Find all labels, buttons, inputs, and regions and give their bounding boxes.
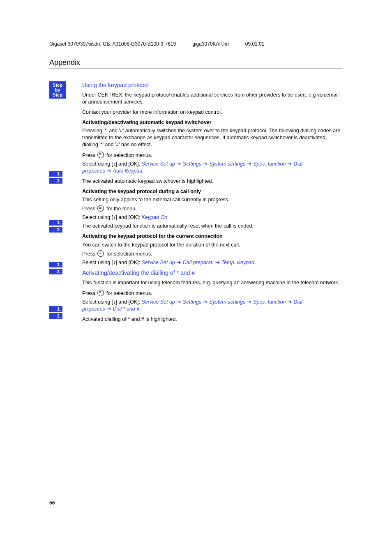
date: 09.01.01 [245, 41, 265, 47]
press-prefix-4: Press [82, 290, 97, 296]
text-column: Using the keypad protocol Under CENTREX,… [82, 81, 343, 326]
heading-auto-switchover: Activating/deactivating automatic keypad… [82, 119, 343, 126]
step-press-sel-1: Press for selection menus. [82, 152, 343, 159]
step-select-2: Select using [↓] and [OK]: Keypad On [82, 214, 343, 221]
menu-icon [97, 250, 104, 257]
step-number-1a: 1. [49, 171, 62, 177]
press-prefix: Press [82, 152, 97, 158]
step-number-2a: 2. [49, 178, 62, 184]
press-menu-suffix: for the menu. [105, 206, 136, 212]
running-header: Gigaset 3070/3075isdn, GB, A31008-G3070-… [49, 41, 343, 47]
select-prefix-3: Select using [ [82, 260, 113, 265]
step-number-1d: 1. [49, 306, 62, 312]
menu-path-3: Service Set up➔Call preparat.➔Temp. Keyp… [142, 260, 255, 265]
step-number-1b: 1. [49, 220, 62, 226]
menu-icon [97, 205, 104, 212]
page-number: 56 [49, 500, 55, 506]
step-number-2b: 2. [49, 227, 62, 233]
step-select-1: Select using [↓] and [OK]: Service Set u… [82, 161, 343, 175]
para-dialling-end: Activated dialling of * and # is highlig… [82, 316, 343, 323]
press-prefix-3: Press [82, 251, 97, 257]
step-line1: Step [49, 83, 66, 88]
heading-current-connection: Activating the keypad protocol for the c… [82, 233, 343, 240]
step-select-4: Select using [↓] and [OK]: Service Set u… [82, 299, 343, 313]
para-keypad-2: Contact your provider for more informati… [82, 109, 343, 116]
press-suffix-4: for selection menus. [105, 290, 152, 296]
step-line2: by [49, 88, 66, 92]
para-during-call: This setting only applies to the externa… [82, 196, 343, 203]
menu-icon [97, 290, 104, 296]
para-current-connection: You can switch to the keypad protocol fo… [82, 242, 343, 249]
select-prefix: Select using [ [82, 161, 113, 167]
filename: giga3070KAP.fm [192, 41, 229, 47]
step-number-2d: 2. [49, 313, 62, 319]
select-mid-2: ] and [OK]: [115, 214, 141, 220]
para-auto: Pressing '*' and '#' automatically switc… [82, 127, 343, 148]
select-mid-3: ] and [OK]: [115, 260, 141, 265]
select-prefix-4: Select using [ [82, 299, 113, 305]
press-prefix-2: Press [82, 206, 97, 212]
step-number-1c: 1. [49, 262, 62, 267]
para-dialling: This function is important for using tel… [82, 279, 343, 286]
step-line3: Step [49, 92, 66, 97]
select-prefix-2: Select using [ [82, 214, 113, 220]
badge-column: Step by Step 1. 2. 1. 2. 1. 2. 1. 2. [49, 81, 82, 326]
heading-dialling-star-hash: Activating/deactivating the dialling of … [82, 269, 343, 277]
menu-path-2: Keypad On [142, 214, 168, 220]
para-keypad-1: Under CENTREX, the keypad protocol enabl… [82, 92, 343, 106]
step-select-3: Select using [↓] and [OK]: Service Set u… [82, 259, 343, 266]
press-suffix: for selection menus. [105, 152, 152, 158]
step-press-sel-3: Press for selection menus. [82, 250, 343, 258]
select-mid-4: ] and [OK]: [115, 299, 141, 305]
press-suffix-3: for selection menus. [105, 251, 152, 257]
step-press-menu: Press for the menu. [82, 205, 343, 212]
heading-keypad-protocol: Using the keypad protocol [82, 81, 343, 89]
section-title: Appendix [49, 58, 343, 69]
step-by-step-badge: Step by Step [49, 81, 66, 99]
para-auto-end: The activated automatic keypad switchove… [82, 178, 343, 185]
step-number-2c: 2. [49, 269, 62, 274]
doc-id: Gigaset 3070/3075isdn, GB, A31008-G3070-… [49, 41, 176, 47]
menu-icon [97, 152, 104, 158]
step-press-sel-4: Press for selection menus. [82, 290, 343, 297]
para-call-end: The activated keypad function is automat… [82, 223, 343, 230]
select-mid: ] and [OK]: [115, 161, 141, 167]
heading-during-call: Activating the keypad protocol during a … [82, 188, 343, 195]
